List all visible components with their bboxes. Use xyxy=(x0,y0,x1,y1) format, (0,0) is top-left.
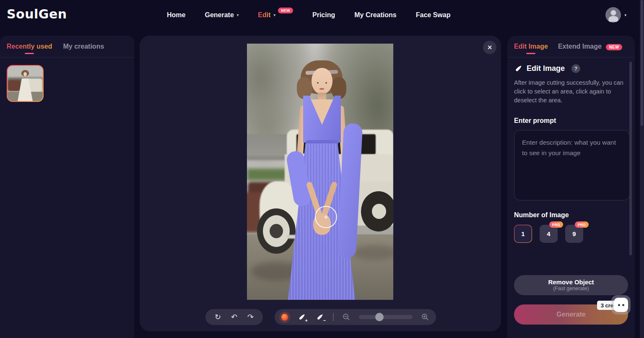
close-editor-button[interactable]: ✕ xyxy=(483,41,496,54)
photo-woman-lips xyxy=(319,88,324,90)
nav-item-pricing[interactable]: Pricing xyxy=(312,11,335,19)
photo-woman-face xyxy=(312,68,332,94)
account-menu[interactable]: ▾ xyxy=(605,7,626,23)
number-option-1[interactable]: 1 xyxy=(514,225,532,243)
photo-woman-eye xyxy=(317,82,319,83)
panel-content: Edit Image ? After image cutting success… xyxy=(514,64,625,243)
new-badge: NEW xyxy=(606,44,622,50)
prompt-input[interactable] xyxy=(514,130,630,200)
help-icon[interactable]: ? xyxy=(571,64,580,73)
nav-item-generate[interactable]: Generate ▾ xyxy=(205,11,239,19)
photo-car-wheel xyxy=(372,204,386,219)
brush-icon xyxy=(298,313,306,321)
editor-canvas-panel: 20 + ✕ ↻ ↶ ↷ + xyxy=(140,36,501,331)
avatar[interactable] xyxy=(605,7,621,23)
active-tab-underline xyxy=(526,53,535,54)
window-scrollbar-thumb[interactable] xyxy=(641,0,643,126)
number-option-9[interactable]: 9 PRO xyxy=(565,225,583,243)
brush-subtract-button[interactable]: − xyxy=(315,312,325,322)
thumb-face-shape xyxy=(23,72,27,76)
tab-recently-used[interactable]: Recently used xyxy=(7,37,52,56)
avatar-body-shape xyxy=(608,16,618,22)
history-toolbar: ↻ ↶ ↷ xyxy=(205,309,263,325)
section-title: Edit Image xyxy=(527,64,565,73)
tab-my-creations[interactable]: My creations xyxy=(63,37,104,56)
close-icon: ✕ xyxy=(487,44,492,51)
photo-grass xyxy=(247,169,287,180)
chevron-down-icon: ▾ xyxy=(237,13,239,17)
active-tab-underline xyxy=(25,53,34,54)
photo-woman-eye xyxy=(325,82,327,83)
nav-item-edit[interactable]: Edit ▾ NEW xyxy=(258,11,293,19)
zoom-in-button[interactable] xyxy=(421,313,429,321)
zoom-out-button[interactable] xyxy=(342,313,351,321)
section-description: After image cutting successfully, you ca… xyxy=(514,78,625,105)
remove-object-button[interactable]: Remove Object (Fast generate) xyxy=(514,275,628,295)
chevron-down-icon: ▾ xyxy=(274,13,276,17)
sidebar-tabs: Recently used My creations xyxy=(0,36,134,57)
tab-extend-image[interactable]: Extend Image NEW xyxy=(558,37,622,56)
edit-settings-panel: Edit Image Extend Image NEW Edit Image ?… xyxy=(507,36,635,338)
zoom-in-icon xyxy=(421,313,429,321)
nav-item-face-swap[interactable]: Face Swap xyxy=(416,11,451,19)
brush-icon xyxy=(316,313,324,321)
main-nav: Home Generate ▾ Edit ▾ NEW Pricing My Cr… xyxy=(167,0,450,30)
brush-icon xyxy=(514,65,522,73)
brush-size-indicator[interactable] xyxy=(281,314,288,321)
zoom-slider-handle[interactable] xyxy=(375,313,384,321)
chevron-down-icon[interactable]: ▾ xyxy=(624,13,626,17)
prompt-label: Enter prompt xyxy=(514,117,625,125)
pro-badge: PRO xyxy=(575,221,589,228)
tab-edit-image[interactable]: Edit Image xyxy=(514,37,548,56)
recent-image-thumbnail[interactable] xyxy=(7,65,44,102)
window-scrollbar[interactable] xyxy=(640,0,644,338)
number-of-image-label: Number of Image xyxy=(514,211,625,219)
number-of-image-options: 1 4 PRO 9 PRO xyxy=(514,225,625,243)
brush-toolbar: + − xyxy=(275,309,436,325)
nav-item-home[interactable]: Home xyxy=(167,11,185,19)
redo-icon[interactable]: ↷ xyxy=(247,313,254,321)
zoom-out-icon xyxy=(342,313,351,321)
panel-footer: Remove Object (Fast generate) Generate 3… xyxy=(514,275,628,325)
chat-bubble-icon xyxy=(614,298,628,312)
panel-tabs: Edit Image Extend Image NEW xyxy=(507,36,635,57)
brand-logo[interactable]: SoulGen xyxy=(7,7,67,21)
photo-road-patch xyxy=(352,245,393,260)
undo-icon[interactable]: ↶ xyxy=(231,313,237,321)
new-badge: NEW xyxy=(278,8,293,13)
plus-icon: + xyxy=(305,318,307,323)
thumb-car-shape xyxy=(8,80,21,91)
toolbar-divider xyxy=(333,313,334,321)
pro-badge: PRO xyxy=(549,221,563,228)
thumbnail-image xyxy=(8,66,43,101)
top-navbar: SoulGen Home Generate ▾ Edit ▾ NEW Prici… xyxy=(0,0,644,30)
edited-image[interactable]: 20 + xyxy=(247,44,393,300)
number-option-4[interactable]: 4 PRO xyxy=(540,225,558,243)
edit-image-section-header: Edit Image ? xyxy=(514,64,625,73)
chat-support-button[interactable] xyxy=(611,295,631,315)
avatar-head-shape xyxy=(610,10,616,16)
selection-point-marker[interactable]: + xyxy=(315,206,337,228)
reset-icon[interactable]: ↻ xyxy=(215,313,221,321)
generate-button[interactable]: Generate 3 cre xyxy=(514,304,628,325)
nav-item-my-creations[interactable]: My Creations xyxy=(354,11,396,19)
minus-icon: − xyxy=(323,318,326,323)
recent-images-sidebar: Recently used My creations xyxy=(0,36,134,338)
brush-add-button[interactable]: + xyxy=(296,312,306,322)
zoom-slider[interactable] xyxy=(359,315,413,319)
photo-car-wheel xyxy=(270,224,283,238)
